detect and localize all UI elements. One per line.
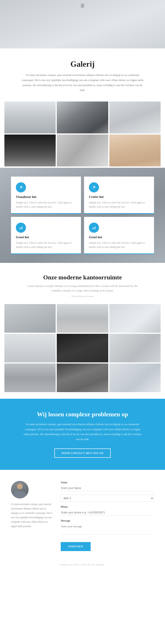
- office-section: Onze moderne kantoorruimte Lorem Ipsum i…: [0, 263, 165, 304]
- cta-description: Ut enim ad minim veniam, quis nostrud ex…: [22, 422, 143, 442]
- feature-card-1: Visualiseer het Sample text. Click to se…: [11, 176, 81, 214]
- form-group-message: Message: [61, 519, 154, 536]
- feature-desc-2: Sample text. Click to select the text bo…: [89, 200, 149, 209]
- grow-icon-2: [92, 226, 96, 230]
- visualize-icon: [19, 185, 23, 190]
- office-img-5: [57, 334, 108, 362]
- name-label: Name: [61, 481, 154, 484]
- message-textarea[interactable]: [61, 524, 154, 534]
- svg-line-1: [93, 186, 95, 188]
- hamburger-icon[interactable]: ☰: [81, 3, 84, 8]
- gallery-img-4: [4, 134, 56, 166]
- gallery-img-3: [109, 102, 161, 134]
- create-icon: [92, 185, 96, 190]
- feature-desc-4: Sample text. Click to select the text bo…: [89, 241, 149, 249]
- office-img-6: [109, 334, 161, 362]
- contact-left-text: Ut enim ad minim veniam, quis nostrud ex…: [11, 502, 53, 529]
- cta-section: Wij lossen complexe problemen op Ut enim…: [0, 399, 165, 470]
- gallery-image-grid: [0, 99, 165, 168]
- gallery-img-6: [109, 134, 161, 166]
- svg-rect-5: [92, 228, 93, 229]
- gallery-img-5: [57, 134, 108, 166]
- feature-title-3: Groei het: [16, 235, 76, 239]
- cta-button[interactable]: NEEM CONTACT MET ONS OP: [54, 448, 110, 458]
- svg-rect-6: [94, 227, 94, 229]
- office-title: Onze moderne kantoorruimte: [18, 274, 147, 281]
- feature-title-4: Groei het: [89, 235, 149, 239]
- feature-card-4: Groei het Sample text. Click to select t…: [84, 217, 154, 254]
- feature-card-2: Creëer het Sample text. Click to select …: [84, 176, 154, 214]
- message-label: Message: [61, 519, 154, 522]
- office-img-2: [57, 304, 108, 333]
- office-img-8: [57, 364, 108, 392]
- feature-icon-2: [89, 182, 99, 192]
- gallery-title: Galerij: [18, 60, 147, 69]
- office-img-1: [4, 304, 56, 333]
- name-input[interactable]: [61, 485, 154, 491]
- submit-button[interactable]: INDIENEN: [61, 542, 91, 551]
- feature-icon-4: [89, 222, 99, 233]
- gallery-img-2: [57, 102, 108, 134]
- item-select[interactable]: Item 1Item 2Item 3: [61, 495, 154, 502]
- office-image-grid: [0, 304, 165, 399]
- footer: Sample text. Click to select the Text El…: [0, 560, 165, 569]
- features-section: Visualiseer het Sample text. Click to se…: [0, 168, 165, 263]
- footer-note: Sample text. Click to select the Text El…: [60, 563, 105, 566]
- gallery-description: Ut enim ad minim veniam, quis nostrud ex…: [21, 73, 144, 93]
- contact-left: Ut enim ad minim veniam, quis nostrud ex…: [11, 481, 53, 529]
- contact-section: Ut enim ad minim veniam, quis nostrud ex…: [0, 470, 165, 560]
- gallery-img-1: [4, 102, 56, 134]
- site-header: ☰: [0, 0, 165, 48]
- feature-title-2: Creëer het: [89, 195, 149, 199]
- office-img-9: [109, 364, 161, 392]
- features-grid: Visualiseer het Sample text. Click to se…: [11, 176, 154, 254]
- office-description: Lorem Ipsum is simply dummy it is a long…: [25, 284, 140, 293]
- feature-title-1: Visualiseer het: [16, 195, 76, 199]
- svg-rect-2: [19, 228, 20, 229]
- office-img-3: [109, 304, 161, 333]
- contact-form: Name Item 1Item 2Item 3 Phone Message IN…: [61, 481, 154, 551]
- feature-icon-1: [16, 182, 26, 192]
- phone-input[interactable]: [61, 510, 154, 516]
- gallery-intro-section: Galerij Ut enim ad minim veniam, quis no…: [0, 48, 165, 99]
- feature-icon-3: [16, 222, 26, 233]
- phone-label: Phone: [61, 505, 154, 508]
- office-img-7: [4, 364, 56, 392]
- form-group-name: Name: [61, 481, 154, 491]
- form-group-select: Item 1Item 2Item 3: [61, 495, 154, 502]
- form-group-phone: Phone: [61, 505, 154, 516]
- avatar: [11, 481, 29, 498]
- office-img-4: [4, 334, 56, 362]
- svg-rect-4: [22, 226, 22, 229]
- svg-rect-3: [21, 227, 21, 229]
- freepik-credit: Afbeelding van freepik: [18, 295, 147, 298]
- grow-icon-1: [19, 226, 23, 230]
- feature-card-3: Groei het Sample text. Click to select t…: [11, 217, 81, 254]
- feature-desc-1: Sample text. Click to select the text bo…: [16, 200, 76, 209]
- feature-desc-3: Sample text. Click to select the text bo…: [16, 241, 76, 249]
- cta-title: Wij lossen complexe problemen op: [22, 411, 143, 418]
- svg-line-0: [20, 186, 22, 188]
- svg-rect-7: [95, 226, 95, 229]
